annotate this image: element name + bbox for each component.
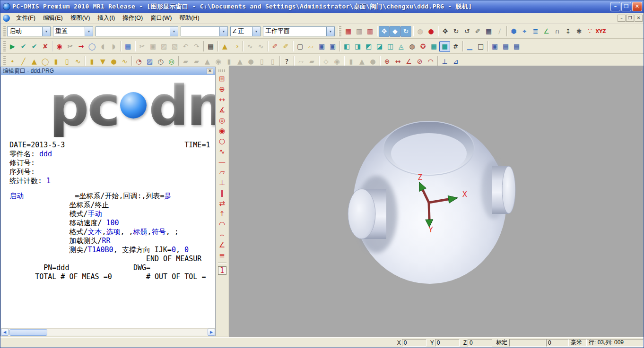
dim-grid-button[interactable]: ⊞ [217,74,227,84]
dim-perpendicularity-button[interactable]: ⊥ [217,178,227,188]
dim-flatness-button[interactable]: ▱ [217,167,227,178]
code-line[interactable]: DATE=2013-5-3 TIME=1 [9,141,215,150]
toggle-edit-window-button[interactable]: ▤ [122,41,133,52]
dim-distance-button[interactable]: ↔ [217,94,227,105]
dim-symmetry-button[interactable]: ≡ [217,250,227,261]
mdi-close-button[interactable]: ✕ [635,15,643,22]
menu-operation[interactable]: 操作(O) [119,13,147,23]
close-button[interactable]: ✕ [632,2,642,11]
menu-insert[interactable]: 插入(I) [94,13,119,23]
red-sphere-mode-button[interactable]: ● [426,26,436,37]
feature-list-combo[interactable]: ▼ [96,26,178,36]
code-line[interactable]: 修订号: [9,159,215,168]
code-line[interactable]: 启动 =坐标系/开始,回调:,列表=是 [9,192,215,201]
collision-check-button[interactable]: ↕ [563,26,574,37]
ellipse-tool-button[interactable]: ◯ [87,41,97,52]
window-restore-button[interactable]: □ [475,41,486,52]
execute-block-button[interactable]: ✔ [29,41,40,52]
minimized-window-bar-button[interactable]: ▁ [464,41,475,52]
window-report-2-button[interactable]: ▤ [511,41,522,52]
window-cascade-button[interactable]: ▣ [489,41,500,52]
scroll-right-button[interactable]: ▶ [208,329,215,336]
view-front-button[interactable]: ◩ [363,41,374,52]
code-line[interactable]: 统计计数: 1 [9,177,215,186]
cad-solid-button[interactable]: ⬢ [508,26,519,37]
graphic-view-settings-button[interactable]: ▦ [343,26,354,37]
toolbar-gripper[interactable] [3,26,6,36]
dim-angle-button[interactable]: ∡ [217,105,227,115]
rotate-2d-button[interactable]: ↻ [451,26,461,37]
scale-to-fit-button[interactable]: ✥ [379,26,390,37]
point-colors-button[interactable]: ∵ [584,26,595,37]
layer-colors-button[interactable]: ≣ [530,26,541,37]
report-window-button[interactable]: ▥ [354,26,365,37]
view-iso-2-button[interactable]: ◨ [352,41,363,52]
code-line[interactable]: 移动速度/ 100 [9,219,215,228]
code-line[interactable]: 序列号: [9,168,215,177]
edit-window-close-button[interactable]: ✕ [207,68,213,74]
dim-parallelism-button[interactable]: ∥ [217,188,227,198]
dim-straightness-button[interactable]: — [217,157,227,167]
code-line[interactable]: 坐标系/终止 [9,201,215,210]
probe-readouts-button[interactable]: ✂ [65,41,76,52]
view-right-button[interactable]: ◬ [396,41,407,52]
save-as-button[interactable]: ▣ [327,41,338,52]
machine-options-button[interactable]: ✱ [574,26,584,37]
edit-window-titlebar[interactable]: 编辑窗口 - ddd.PRG ✕ [1,67,215,75]
view-iso-1-button[interactable]: ◧ [341,41,352,52]
dim-cylindricity-button[interactable]: ◉ [217,126,227,136]
code-line[interactable]: PN=ddd DWG= [9,263,215,272]
chevron-down-icon[interactable]: ▼ [219,27,227,36]
solid-view-button[interactable]: ◆ [390,26,400,37]
marker-pen-red-button[interactable]: ✐ [270,41,280,52]
refresh-graphics-button[interactable]: ↻ [400,26,411,37]
code-line[interactable]: TOTAL # OF MEAS =0 # OUT OF TOL = [9,272,215,281]
report-print-button[interactable]: ▥ [365,26,375,37]
dim-position-button[interactable]: ⊕ [217,84,227,94]
chevron-down-icon[interactable]: ▼ [42,27,50,36]
title-bar[interactable]: PC-DMIS Premium 2010 MR1 Release - [图形显示… [0,0,644,13]
new-part-program-button[interactable]: ▢ [295,41,305,52]
dim-profile-surface-button[interactable]: ◠ [217,219,227,229]
scroll-left-button[interactable]: ◀ [1,329,9,336]
scrollbar-thumb[interactable] [9,329,47,336]
toolbar-gripper[interactable] [339,26,341,36]
menu-window[interactable]: 窗口(W) [147,13,175,23]
chevron-down-icon[interactable]: ▼ [326,27,334,36]
menu-help[interactable]: 帮助(H) [175,13,203,23]
dim-profile-line-button[interactable]: ⌢ [217,229,227,240]
edit-horizontal-scrollbar[interactable]: ◀ ▶ [1,328,215,336]
chevron-down-icon[interactable]: ▼ [170,27,178,36]
dim-runout-button[interactable]: ↑ [217,209,227,219]
alignment-combo[interactable]: 启动 ▼ [7,26,51,36]
code-line[interactable]: END OF MEASUR [9,255,215,263]
view-sphere-button[interactable]: ◍ [407,41,418,52]
code-line[interactable]: 格式/文本,选项, ,标题,符号, ; [9,228,215,237]
next-tip-button[interactable]: ⇒ [230,41,241,52]
print-button[interactable]: ▤ [205,41,216,52]
probe-file-combo[interactable]: ▼ [181,26,228,36]
restore-button[interactable]: ❐ [621,2,631,11]
goto-position-button[interactable]: → [76,41,87,52]
save-button[interactable]: ▣ [316,41,327,52]
keyin-1-button[interactable]: 1 [217,265,227,275]
view-solid-button[interactable]: ■ [439,41,450,52]
workplane-combo[interactable]: 工作平面 ▼ [263,26,335,36]
toolbar-gripper[interactable] [3,56,6,67]
xyz-display-button[interactable]: XYZ [595,26,606,37]
view-left-button[interactable]: ◫ [385,41,396,52]
open-part-program-button[interactable]: ▱ [305,41,316,52]
code-line[interactable]: 测尖/T1A0B0, 支撑方向 IJK=0, 0 [9,246,215,255]
mdi-minimize-button[interactable]: – [618,15,626,22]
toolbar-gripper[interactable] [3,41,6,51]
chevron-down-icon[interactable]: ▼ [85,27,93,36]
dim-profile-any-button[interactable]: ∿ [217,146,227,157]
minimize-button[interactable]: – [610,2,620,11]
toolbar-gripper[interactable] [218,69,226,72]
view-grid-button[interactable]: # [450,41,461,52]
datum-marker-button[interactable]: ✪ [418,41,428,52]
menu-view[interactable]: 视图(V) [67,13,94,23]
chevron-down-icon[interactable]: ▼ [252,27,260,36]
view-back-button[interactable]: ◪ [374,41,385,52]
dim-concentricity-button[interactable]: ◎ [217,115,227,126]
